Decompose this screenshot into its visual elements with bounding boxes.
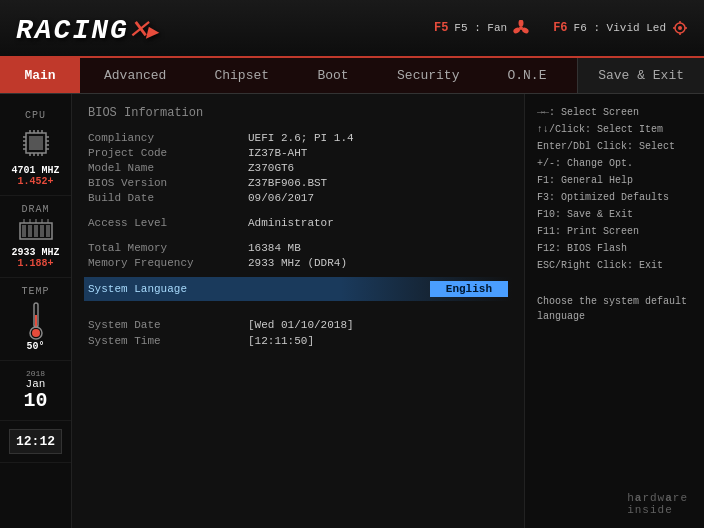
builddate-value: 09/06/2017 xyxy=(248,192,314,204)
date-display: 2018 Jan 10 xyxy=(23,369,47,412)
main-panel: BIOS Information Compliancy UEFI 2.6; PI… xyxy=(72,94,524,528)
temp-label: TEMP xyxy=(21,286,49,297)
builddate-label: Build Date xyxy=(88,192,248,204)
total-memory-row: Total Memory 16384 MB xyxy=(88,242,508,254)
help-line-0: →←: Select Screen xyxy=(537,104,692,121)
sys-date-label: System Date xyxy=(88,319,248,331)
sys-date-value: [Wed 01/10/2018] xyxy=(248,319,354,331)
compliancy-label: Compliancy xyxy=(88,132,248,144)
bios-version-row: BIOS Version Z37BF906.BST xyxy=(88,177,508,189)
dram-section: DRAM 2933 MHZ 1.188+ xyxy=(0,196,71,278)
system-date-row: System Date [Wed 01/10/2018] xyxy=(88,319,508,331)
access-label: Access Level xyxy=(88,217,248,229)
cpu-section: CPU 4701 MHZ xyxy=(0,102,71,196)
bios-model-row: Model Name Z370GT6 xyxy=(88,162,508,174)
svg-point-5 xyxy=(678,26,682,30)
clock-section: 12:12 xyxy=(0,421,71,463)
language-label: System Language xyxy=(88,283,430,295)
dram-voltage: 1.188+ xyxy=(17,258,53,269)
dram-label: DRAM xyxy=(21,204,49,215)
compliancy-value: UEFI 2.6; PI 1.4 xyxy=(248,132,354,144)
project-value: IZ37B-AHT xyxy=(248,147,307,159)
help-line-3: +/-: Change Opt. xyxy=(537,155,692,172)
left-sidebar: CPU 4701 MHZ xyxy=(0,94,72,528)
svg-rect-11 xyxy=(29,136,43,150)
bios-builddate-row: Build Date 09/06/2017 xyxy=(88,192,508,204)
tab-main[interactable]: Main xyxy=(0,58,80,93)
dram-icon xyxy=(18,219,54,243)
help-line-7: F11: Print Screen xyxy=(537,223,692,240)
date-section: 2018 Jan 10 xyxy=(0,361,71,421)
temp-section: TEMP 50° xyxy=(0,278,71,361)
year-value: 2018 xyxy=(23,369,47,378)
version-value: Z37BF906.BST xyxy=(248,177,327,189)
dram-freq: 2933 MHZ xyxy=(11,247,59,258)
led-icon xyxy=(672,20,688,36)
help-text: →←: Select Screen ↑↓/Click: Select Item … xyxy=(537,104,692,274)
help-line-2: Enter/Dbl Click: Select xyxy=(537,138,692,155)
right-panel: →←: Select Screen ↑↓/Click: Select Item … xyxy=(524,94,704,528)
header-right: F5 F5 : Fan F6 F6 : Vivid Led xyxy=(434,20,688,36)
f6-led-button[interactable]: F6 F6 : Vivid Led xyxy=(553,20,688,36)
project-label: Project Code xyxy=(88,147,248,159)
temp-value: 50° xyxy=(26,341,44,352)
tab-boot[interactable]: Boot xyxy=(293,58,373,93)
bios-compliancy-row: Compliancy UEFI 2.6; PI 1.4 xyxy=(88,132,508,144)
thermometer-icon xyxy=(26,301,46,341)
cpu-freq: 4701 MHZ xyxy=(11,165,59,176)
system-language-row[interactable]: System Language English xyxy=(84,277,512,301)
svg-rect-30 xyxy=(28,225,32,237)
total-memory-value: 16384 MB xyxy=(248,242,301,254)
help-line-8: F12: BIOS Flash xyxy=(537,240,692,257)
bios-section-title: BIOS Information xyxy=(88,106,508,120)
tab-one[interactable]: O.N.E xyxy=(483,58,570,93)
help-line-6: F10: Save & Exit xyxy=(537,206,692,223)
cpu-voltage: 1.452+ xyxy=(17,176,53,187)
version-label: BIOS Version xyxy=(88,177,248,189)
system-time-row: System Time [12:11:50] xyxy=(88,335,508,347)
tab-save-exit[interactable]: Save & Exit xyxy=(577,58,704,93)
tab-chipset[interactable]: Chipset xyxy=(190,58,293,93)
help-line-9: ESC/Right Click: Exit xyxy=(537,257,692,274)
model-value: Z370GT6 xyxy=(248,162,294,174)
tab-advanced[interactable]: Advanced xyxy=(80,58,190,93)
fan-icon xyxy=(513,20,529,36)
logo: RACING✕▶ xyxy=(16,8,160,48)
svg-point-1 xyxy=(519,20,524,27)
help-line-1: ↑↓/Click: Select Item xyxy=(537,121,692,138)
access-level-row: Access Level Administrator xyxy=(88,217,508,229)
model-label: Model Name xyxy=(88,162,248,174)
sys-time-label: System Time xyxy=(88,335,248,347)
memory-freq-value: 2933 MHz (DDR4) xyxy=(248,257,347,269)
memory-freq-label: Memory Frequency xyxy=(88,257,248,269)
sys-time-value: [12:11:50] xyxy=(248,335,314,347)
content-area: CPU 4701 MHZ xyxy=(0,94,704,528)
cpu-label: CPU xyxy=(25,110,46,121)
nav-tabs: Main Advanced Chipset Boot Security O.N.… xyxy=(0,58,704,94)
memory-freq-row: Memory Frequency 2933 MHz (DDR4) xyxy=(88,257,508,269)
svg-rect-40 xyxy=(35,315,37,328)
header: RACING✕▶ F5 F5 : Fan F6 F6 : Vivid Led xyxy=(0,0,704,58)
svg-rect-32 xyxy=(40,225,44,237)
svg-rect-33 xyxy=(46,225,50,237)
cpu-icon xyxy=(18,125,54,161)
watermark: hardwareinside xyxy=(627,492,688,516)
language-value: English xyxy=(430,281,508,297)
bios-project-row: Project Code IZ37B-AHT xyxy=(88,147,508,159)
day-value: 10 xyxy=(23,390,47,412)
svg-rect-29 xyxy=(22,225,26,237)
svg-point-42 xyxy=(32,329,40,337)
svg-rect-31 xyxy=(34,225,38,237)
access-value: Administrator xyxy=(248,217,334,229)
help-line-5: F3: Optimized Defaults xyxy=(537,189,692,206)
clock-display: 12:12 xyxy=(9,429,62,454)
f5-fan-button[interactable]: F5 F5 : Fan xyxy=(434,20,529,36)
logo-text: RACING✕▶ xyxy=(16,8,160,48)
choose-language-text: Choose the system default language xyxy=(537,294,692,324)
tab-security[interactable]: Security xyxy=(373,58,483,93)
help-line-4: F1: General Help xyxy=(537,172,692,189)
total-memory-label: Total Memory xyxy=(88,242,248,254)
